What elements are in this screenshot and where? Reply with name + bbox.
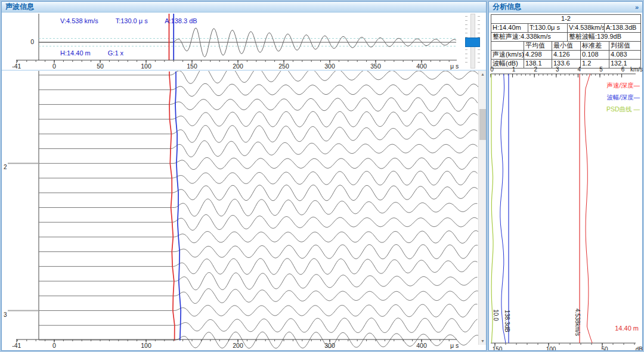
waterfall-trace — [39, 199, 477, 216]
legend-amplitude-depth: 波幅/深度— — [606, 91, 640, 103]
waterfall-trace — [39, 318, 478, 333]
summary-depth: H:14.40m — [491, 24, 528, 32]
waterfall-trace — [39, 98, 478, 111]
gain-slider-handle[interactable] — [465, 38, 480, 47]
svg-text:100: 100 — [141, 342, 151, 349]
scrollbar-up-icon[interactable]: ▲ — [479, 71, 487, 78]
svg-text:2: 2 — [4, 164, 7, 170]
waterfall-trace — [39, 289, 478, 304]
svg-text:dB: dB — [636, 346, 643, 350]
row-label: 声速(km/s) — [491, 51, 524, 59]
stat-header-std: 标准差 — [581, 42, 609, 50]
waterfall-trace — [39, 111, 478, 127]
svg-text:300: 300 — [324, 342, 335, 349]
waterfall-scrollbar[interactable]: ▲ ▼ — [478, 71, 486, 345]
summary-amplitude: A:138.3dB — [605, 24, 640, 32]
waterfall-trace — [39, 185, 478, 201]
pile-amplitude: 整桩波幅:139.9dB — [568, 33, 640, 41]
pile-velocity: 整桩声速:4.338km/s — [491, 33, 568, 41]
svg-text:250: 250 — [278, 63, 289, 70]
svg-text:5: 5 — [599, 66, 603, 73]
analysis-panel-title: 分析信息 — [493, 2, 521, 12]
gain-readout: G:1 x — [108, 49, 123, 57]
sound-wave-panel-header: 声波信息 — [2, 2, 486, 13]
svg-text:200: 200 — [233, 63, 243, 70]
stat-header-min: 最小值 — [552, 42, 581, 50]
svg-text:0: 0 — [52, 342, 56, 349]
analysis-panel: 分析信息 » 1-2 H:14.40m T:130.0μ s V:4.538km… — [488, 1, 643, 351]
stat-header-criterion: 判据值 — [609, 42, 640, 50]
svg-text:μ s: μ s — [450, 342, 459, 349]
waterfall-trace — [39, 83, 478, 96]
waveform-readout-line2: H:14.40 m G:1 x — [60, 49, 139, 57]
pick-line-red[interactable] — [169, 71, 175, 340]
svg-text:2: 2 — [534, 66, 537, 73]
cell: 4.298 — [524, 51, 552, 59]
waterfall-trace — [39, 171, 478, 185]
waveform-readout-line1: V:4.538 km/s T:130.0 μ s A:138.3 dB — [60, 17, 213, 24]
profile-legend: 声速/深度— 波幅/深度— PSD曲线 — — [606, 79, 640, 115]
psd-curve — [491, 74, 493, 343]
waterfall-svg[interactable]: 23-410100200300400μ s — [2, 71, 479, 350]
svg-text:0: 0 — [490, 66, 494, 73]
svg-text:0: 0 — [30, 38, 34, 45]
svg-text:-41: -41 — [12, 63, 21, 70]
current-waveform-chart[interactable]: 0-41050100150200250300350400μ s V:4.538 … — [2, 13, 486, 70]
svg-text:400: 400 — [416, 63, 427, 70]
svg-text:10.0: 10.0 — [493, 309, 499, 321]
svg-text:6: 6 — [621, 66, 625, 73]
waterfall-trace — [39, 157, 478, 170]
waterfall-trace — [39, 230, 478, 243]
channel-pair-label: 1-2 — [491, 15, 640, 23]
collapse-icon[interactable]: » — [635, 4, 639, 11]
svg-text:300: 300 — [324, 63, 335, 70]
pick-line-blue[interactable] — [175, 71, 181, 340]
analysis-table: 1-2 H:14.40m T:130.0μ s V:4.538km/s A:13… — [491, 14, 641, 68]
table-row-velocity: 声速(km/s) 4.298 4.126 0.108 4.083 — [491, 51, 640, 60]
waterfall-trace — [39, 304, 477, 317]
svg-text:0: 0 — [52, 63, 56, 70]
svg-text:50: 50 — [97, 63, 104, 70]
profile-depth-label: 14.40 m — [615, 325, 639, 332]
svg-text:200: 200 — [233, 342, 243, 349]
waterfall-trace — [39, 141, 478, 157]
depth-readout: H:14.40 m — [60, 49, 91, 57]
stat-header-mean: 平均值 — [524, 42, 552, 50]
waterfall-trace — [39, 273, 477, 290]
amplitude-depth-curve — [500, 74, 506, 343]
gain-slider[interactable] — [463, 14, 481, 68]
sound-wave-panel: 声波信息 0-41050100150200250300350400μ s V:4… — [1, 1, 487, 351]
legend-velocity-depth: 声速/深度— — [606, 79, 640, 91]
scrollbar-down-icon[interactable]: ▼ — [479, 338, 487, 345]
svg-text:100: 100 — [546, 346, 556, 350]
waterfall-trace — [39, 258, 478, 275]
legend-psd-curve: PSD曲线 — — [606, 103, 640, 115]
cell: 4.126 — [552, 51, 581, 59]
waterfall-trace — [39, 71, 478, 83]
svg-text:150: 150 — [187, 63, 197, 70]
svg-text:μ s: μ s — [450, 63, 459, 70]
waveform-waterfall-chart[interactable]: 23-410100200300400μ s — [2, 71, 486, 350]
amplitude-readout: A:138.3 dB — [165, 17, 197, 24]
stat-header-blank — [491, 42, 524, 50]
first-arrival-readout: T:130.0 μ s — [116, 17, 148, 24]
svg-text:3: 3 — [556, 66, 559, 73]
svg-text:-41: -41 — [12, 342, 21, 349]
svg-text:1: 1 — [512, 66, 516, 73]
svg-text:4.538km/s: 4.538km/s — [574, 309, 581, 336]
summary-velocity: V:4.538km/s — [568, 24, 605, 32]
waterfall-trace — [39, 214, 478, 230]
svg-text:3: 3 — [4, 311, 7, 318]
svg-text:350: 350 — [370, 63, 381, 70]
svg-text:km/s: km/s — [630, 66, 643, 73]
svg-text:400: 400 — [416, 342, 427, 349]
cell: 0.108 — [581, 51, 609, 59]
sound-wave-panel-title: 声波信息 — [5, 2, 34, 12]
scrollbar-thumb[interactable] — [479, 109, 486, 140]
svg-text:138.3dB: 138.3dB — [504, 310, 510, 332]
svg-text:4: 4 — [578, 66, 581, 73]
summary-time: T:130.0μ s — [528, 24, 568, 32]
velocity-readout: V:4.538 km/s — [60, 17, 98, 24]
svg-text:50: 50 — [601, 346, 608, 350]
waterfall-trace — [39, 126, 477, 143]
